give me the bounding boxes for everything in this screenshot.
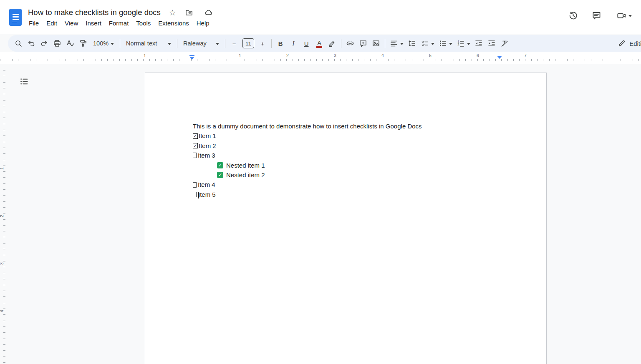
- paragraph-style-value: Normal text: [126, 40, 157, 47]
- font-dropdown[interactable]: Raleway: [180, 40, 222, 47]
- show-document-outline-button[interactable]: [18, 75, 30, 88]
- editing-mode-dropdown[interactable]: Editing: [618, 39, 641, 48]
- search-menus-button[interactable]: [12, 37, 25, 50]
- top-bar: How to make checklists in google docs ☆ …: [0, 0, 641, 34]
- numbered-list-dropdown[interactable]: 12: [454, 37, 472, 50]
- unchecked-checkbox-icon[interactable]: [193, 192, 197, 197]
- undo-button[interactable]: [25, 37, 38, 50]
- menu-bar: File Edit View Insert Format Tools Exten…: [25, 18, 213, 28]
- zoom-caret-icon: [111, 43, 114, 47]
- spelling-check-button[interactable]: [64, 37, 76, 50]
- toolbar: 100% Normal text Raleway − 11 + B I U A …: [8, 35, 641, 52]
- checklist-item-nested[interactable]: Nested item 2: [193, 170, 521, 180]
- ruler-number: 7: [524, 53, 527, 58]
- checklist-item-nested[interactable]: Nested item 1: [193, 161, 521, 170]
- checklist-caret-icon: [431, 43, 434, 47]
- checklist-item-label[interactable]: Item 2: [199, 141, 216, 151]
- ruler-number: 1: [0, 167, 4, 170]
- checklist-item-label[interactable]: Item 5: [198, 190, 216, 199]
- checklist-item[interactable]: Item 2: [193, 141, 521, 151]
- vertical-ruler[interactable]: 1 2 3 4: [0, 64, 7, 364]
- print-button[interactable]: [51, 37, 63, 50]
- first-line-indent-marker[interactable]: [189, 57, 194, 62]
- ruler-number: 1: [239, 53, 241, 58]
- menu-format[interactable]: Format: [105, 18, 133, 28]
- paragraph-styles-dropdown[interactable]: Normal text: [123, 40, 174, 47]
- underline-button[interactable]: U: [300, 37, 313, 50]
- ruler-number: 3: [334, 53, 336, 58]
- bulleted-list-dropdown[interactable]: [437, 37, 454, 50]
- checklist-item[interactable]: Item 3: [193, 151, 521, 160]
- version-history-icon[interactable]: [567, 9, 579, 22]
- paint-format-button[interactable]: [77, 37, 89, 50]
- highlight-color-button[interactable]: [326, 37, 338, 50]
- top-right-actions: [567, 9, 635, 22]
- menu-view[interactable]: View: [61, 18, 82, 28]
- checked-checkbox-icon[interactable]: [193, 133, 198, 139]
- insert-image-button[interactable]: [370, 37, 382, 50]
- redo-button[interactable]: [38, 37, 50, 50]
- increase-indent-button[interactable]: [485, 37, 498, 50]
- document-title[interactable]: How to make checklists in google docs: [28, 8, 161, 17]
- checklist-item-label[interactable]: Item 3: [198, 151, 215, 160]
- insert-link-button[interactable]: [344, 37, 356, 50]
- align-caret-icon: [400, 43, 404, 47]
- cloud-saved-icon[interactable]: [202, 6, 215, 19]
- menu-insert[interactable]: Insert: [82, 18, 105, 28]
- checklist-item[interactable]: Item 4: [193, 180, 521, 189]
- unchecked-checkbox-icon[interactable]: [193, 182, 197, 188]
- zoom-dropdown[interactable]: 100%: [90, 40, 117, 47]
- title-icons: ☆: [169, 6, 215, 19]
- menu-help[interactable]: Help: [193, 18, 213, 28]
- toolbar-divider: [225, 39, 225, 48]
- clear-formatting-button[interactable]: [498, 37, 511, 50]
- green-checked-checkbox-icon[interactable]: [217, 162, 223, 168]
- ruler-number: 4: [0, 310, 4, 312]
- join-call-caret-icon[interactable]: [628, 15, 632, 19]
- unchecked-checkbox-icon[interactable]: [193, 153, 197, 158]
- zoom-value: 100%: [93, 40, 109, 47]
- checklist-item[interactable]: Item 1: [193, 131, 521, 141]
- document-canvas[interactable]: 1 2 3 4 This is a dummy document to demo…: [0, 64, 641, 364]
- menu-tools[interactable]: Tools: [132, 18, 154, 28]
- move-to-folder-icon[interactable]: [183, 6, 195, 19]
- google-docs-logo-icon[interactable]: [9, 9, 22, 26]
- checklist-dropdown[interactable]: [419, 37, 436, 50]
- italic-button[interactable]: I: [287, 37, 300, 50]
- menu-extensions[interactable]: Extensions: [154, 18, 192, 28]
- checked-checkbox-icon[interactable]: [193, 143, 198, 148]
- checklist-item-label[interactable]: Nested item 2: [226, 170, 265, 180]
- bold-button[interactable]: B: [274, 37, 287, 50]
- checklist-item-label[interactable]: Item 4: [198, 180, 215, 189]
- menu-edit[interactable]: Edit: [43, 18, 61, 28]
- font-caret-icon: [216, 43, 219, 47]
- open-comments-icon[interactable]: [590, 9, 603, 22]
- docs-logo-lines: [13, 14, 19, 15]
- checklist-item-label[interactable]: Item 1: [199, 131, 216, 141]
- join-call-icon[interactable]: [613, 9, 635, 22]
- checklist-item[interactable]: Item 5: [193, 190, 521, 199]
- font-size-input[interactable]: 11: [242, 38, 254, 48]
- line-spacing-button[interactable]: [406, 37, 418, 50]
- star-icon[interactable]: ☆: [169, 9, 176, 17]
- left-indent-marker[interactable]: [189, 55, 194, 56]
- green-checked-checkbox-icon[interactable]: [217, 172, 223, 178]
- horizontal-ruler[interactable]: 1 1 2 3 4 5 6 7: [0, 52, 641, 64]
- ruler-ticks: [0, 59, 641, 61]
- right-indent-marker[interactable]: [497, 56, 502, 61]
- decrease-font-size-button[interactable]: −: [228, 37, 240, 50]
- title-row: How to make checklists in google docs ☆: [28, 6, 215, 19]
- add-comment-button[interactable]: [357, 37, 369, 50]
- menu-file[interactable]: File: [25, 18, 43, 28]
- intro-text[interactable]: This is a dummy document to demonstrate …: [193, 121, 521, 131]
- svg-text:2: 2: [457, 43, 459, 46]
- checklist-item-label[interactable]: Nested item 1: [226, 161, 265, 170]
- ruler-number: 3: [0, 262, 4, 265]
- toolbar-divider: [385, 39, 385, 48]
- mode-label: Editing: [629, 40, 641, 47]
- decrease-indent-button[interactable]: [472, 37, 485, 50]
- text-color-button[interactable]: A: [313, 37, 326, 50]
- align-dropdown[interactable]: [388, 37, 405, 50]
- document-page[interactable]: This is a dummy document to demonstrate …: [145, 73, 547, 364]
- increase-font-size-button[interactable]: +: [256, 37, 269, 50]
